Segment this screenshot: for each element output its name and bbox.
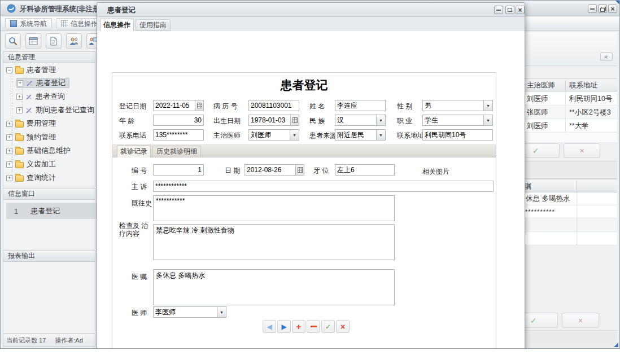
physician-select[interactable]: 李医师▼ (153, 306, 226, 318)
dialog-minimize-button[interactable] (494, 6, 503, 14)
tree-item-patient-query[interactable]: + 患者查询 (16, 91, 65, 102)
check-icon: ✓ (532, 146, 539, 155)
record-prev-button[interactable]: ◀ (263, 320, 276, 333)
search-button[interactable] (5, 33, 21, 49)
subtab-visit-record[interactable]: 就诊记录 (117, 145, 151, 157)
age-field[interactable]: 30 (153, 115, 204, 126)
tree-item-patient-mgmt[interactable]: − 患者管理 (6, 65, 56, 75)
expand-node-icon[interactable]: + (6, 134, 12, 141)
users-button[interactable] (66, 33, 82, 49)
chevron-down-icon[interactable]: ▼ (290, 130, 299, 140)
visit-date-field[interactable]: 2012-08-26 (244, 164, 304, 176)
tab-info-operation[interactable]: 信息操作 (100, 19, 134, 31)
panel-header-report-output[interactable]: 报表输出 (3, 250, 95, 262)
subtab-visit-history[interactable]: 历史就诊明细 (152, 146, 201, 157)
tree-item-base-info[interactable]: + 基础信息维护 (6, 146, 71, 156)
chevron-down-icon[interactable]: ▼ (217, 307, 226, 317)
column-divider (577, 232, 577, 245)
chevron-down-icon[interactable]: ▼ (376, 130, 385, 140)
arrow-right-icon: ▶ (281, 323, 286, 331)
record-cancel-button[interactable]: × (336, 320, 350, 333)
dialog-maximize-button[interactable] (505, 6, 514, 14)
ribbon-ops-button[interactable]: 信息操作 (56, 18, 103, 29)
visit-no-field[interactable]: 1 (153, 164, 204, 176)
status-bar: 当前记录数 17 操作者:Ad (3, 334, 95, 347)
record-add-button[interactable]: + (292, 320, 305, 333)
collapse-node-icon[interactable]: − (6, 67, 12, 73)
calendar-icon[interactable] (290, 115, 299, 125)
address-field[interactable]: 利民胡同10号 (422, 129, 493, 141)
report-button[interactable] (25, 33, 41, 49)
expand-node-icon[interactable]: + (6, 161, 12, 168)
phone-field[interactable]: 135******** (153, 129, 204, 141)
patient-register-dialog: 患者登记 × 信息操作 使用指南 患者登记 登记日期 2022-11-05 病 … (97, 2, 525, 349)
advice-textarea[interactable]: 多休息 多喝热水 (153, 269, 395, 305)
panel-collapse-button[interactable]: « (600, 52, 613, 61)
cell-address: 利民胡同10号 (569, 92, 612, 106)
check-icon: ✓ (325, 323, 331, 331)
app-close-button[interactable]: × (608, 5, 617, 13)
source-select[interactable]: 附近居民▼ (335, 129, 386, 141)
info-window-row[interactable]: 1 患者登记 (6, 203, 98, 219)
doctor-select[interactable]: 刘医师▼ (248, 129, 299, 141)
tree-item-fee-mgmt[interactable]: + 费用管理 (6, 119, 56, 129)
name-field[interactable]: 李连应 (335, 100, 386, 111)
expand-node-icon[interactable]: + (6, 175, 12, 181)
tree-item-denture-work[interactable]: + 义齿加工 (6, 159, 56, 169)
panel-header-info-window[interactable]: 信息窗口 (3, 188, 95, 200)
column-divider (577, 181, 577, 192)
expand-node-icon[interactable]: + (16, 107, 23, 113)
expand-node-icon[interactable]: + (16, 94, 23, 100)
app-minimize-button[interactable] (588, 5, 597, 13)
job-select[interactable]: 学生▼ (422, 115, 493, 126)
cancel-button[interactable]: × (564, 143, 600, 158)
calendar-icon[interactable] (295, 165, 304, 175)
dialog-close-button[interactable]: × (516, 6, 525, 14)
expand-node-icon[interactable]: + (17, 80, 23, 86)
cancel-button[interactable]: × (562, 313, 599, 328)
folder-icon (15, 148, 24, 155)
info-ops-grid-icon (61, 20, 68, 27)
exam-textarea[interactable]: 禁忌吃辛辣 冷 刺激性食物 (153, 224, 395, 260)
tree-item-label: 患者登记 (36, 78, 66, 88)
expand-node-icon[interactable]: + (6, 121, 12, 127)
source-label: 患者来源 (309, 131, 337, 139)
collapse-chevrons-icon: « (604, 55, 609, 58)
record-confirm-button[interactable]: ✓ (321, 320, 335, 333)
calendar-icon[interactable] (195, 100, 203, 111)
dialog-titlebar[interactable]: 患者登记 × (97, 3, 525, 17)
case-no-field[interactable]: 20081103001 (248, 100, 299, 111)
tree-item-patient-register[interactable]: + 患者登记 (16, 78, 69, 88)
tree-item-appointment-mgmt[interactable]: + 预约管理 (6, 132, 56, 142)
record-count-label: 当前记录数 17 (6, 336, 46, 345)
check-icon: ✓ (530, 316, 537, 325)
ribbon-nav-button[interactable]: 系统导航 (5, 18, 52, 29)
resize-grip[interactable] (614, 343, 618, 347)
chevron-down-icon[interactable]: ▼ (376, 115, 385, 125)
cross-icon: × (579, 146, 584, 155)
gender-select[interactable]: 男▼ (422, 100, 493, 111)
app-restore-button[interactable] (598, 5, 607, 13)
system-nav-icon (10, 20, 17, 27)
ethnic-select[interactable]: 汉▼ (335, 115, 386, 126)
reg-date-field[interactable]: 2022-11-05 (153, 100, 204, 111)
record-next-button[interactable]: ▶ (277, 320, 291, 333)
complaint-field[interactable]: ************ (153, 181, 494, 192)
birth-date-field[interactable]: 1978-01-03 (248, 115, 299, 126)
record-delete-button[interactable] (307, 320, 320, 333)
report-output-panel (3, 262, 95, 333)
chevron-down-icon[interactable]: ▼ (483, 115, 492, 125)
operator-label: 操作者:Ad (55, 336, 83, 345)
history-textarea[interactable]: *********** (153, 195, 395, 221)
tooth-field[interactable]: 左上6 (335, 164, 395, 176)
tree-item-label: 查询统计 (27, 173, 56, 183)
tree-item-query-stats[interactable]: + 查询统计 (6, 173, 56, 183)
document-button[interactable] (46, 33, 62, 49)
cell-doctor: 刘医师 (527, 119, 548, 133)
expand-node-icon[interactable]: + (6, 148, 12, 154)
chevron-down-icon[interactable]: ▼ (483, 100, 492, 111)
panel-header-info-management[interactable]: 信息管理 (3, 51, 95, 63)
restore-icon (600, 7, 605, 11)
tree-item-period-register-query[interactable]: + 期间患者登记查询 (16, 105, 94, 115)
tab-user-guide[interactable]: 使用指南 (136, 19, 171, 31)
